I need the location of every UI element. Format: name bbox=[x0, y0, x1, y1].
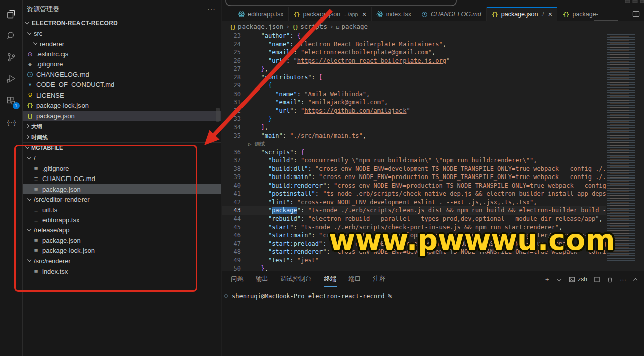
list-file-icon: ≡ bbox=[32, 237, 40, 244]
custom-brackets-icon[interactable]: {···} bbox=[0, 111, 23, 133]
new-terminal-icon[interactable]: ＋ bbox=[544, 275, 550, 284]
tree-item[interactable]: ≡editorapp.tsx bbox=[23, 215, 221, 225]
editor-tab[interactable]: {}package- bbox=[557, 7, 603, 21]
code-line[interactable]: 25 "email": "electronreactboilerplate@gm… bbox=[222, 48, 606, 57]
tree-item[interactable]: ≡.gitignore bbox=[23, 163, 221, 173]
list-file-icon: ≡ bbox=[32, 216, 40, 224]
tree-item[interactable]: ◆.gitignore bbox=[23, 59, 221, 69]
breadcrumb-item[interactable]: {}package.json bbox=[230, 23, 283, 30]
tree-item[interactable]: LICENSE bbox=[23, 90, 221, 100]
tree-item[interactable]: ≡uitl.ts bbox=[23, 205, 221, 215]
code-line[interactable]: 29 { bbox=[222, 81, 606, 90]
panel-tab[interactable]: 端口 bbox=[349, 275, 361, 283]
code-line[interactable]: 23 "author": { bbox=[222, 32, 606, 40]
tree-item[interactable]: ▼CODE_OF_CONDUCT.md bbox=[23, 80, 221, 90]
tree-item[interactable]: src bbox=[23, 28, 221, 38]
shell-zsh-item[interactable]: zsh bbox=[569, 276, 587, 283]
search-icon[interactable] bbox=[0, 25, 23, 46]
code-line[interactable]: 24 "name": "Electron React Boilerplate M… bbox=[222, 40, 606, 49]
run-debug-icon[interactable] bbox=[0, 68, 23, 90]
terminal[interactable]: shenruqi@MacBook-Pro electron-react-reco… bbox=[232, 293, 644, 300]
tree-item[interactable]: /src/renderer bbox=[23, 256, 221, 266]
code-line[interactable]: 48 "start:renderer": "cross-env NODE_ENV… bbox=[222, 248, 606, 256]
editor-tab[interactable]: index.tsx bbox=[372, 7, 416, 21]
split-editor-icon[interactable] bbox=[632, 10, 640, 20]
editor-tab[interactable]: editorapp.tsx bbox=[233, 7, 289, 21]
panel-tab[interactable]: 终端 bbox=[324, 275, 337, 283]
close-tab-icon[interactable]: ✕ bbox=[362, 11, 366, 18]
tree-item[interactable]: renderer bbox=[23, 39, 221, 49]
conduct-file-icon: ▼ bbox=[26, 82, 34, 87]
code-line[interactable]: 38 "build:dll": "cross-env NODE_ENV=deve… bbox=[222, 165, 606, 173]
breadcrumb-item[interactable]: {}scripts bbox=[292, 23, 327, 30]
code-line[interactable]: 31 "email": "amilajack@gmail.com", bbox=[222, 98, 606, 107]
json-file-icon: {} bbox=[562, 12, 570, 17]
code-line[interactable]: 32 "url": "https://github.com/amilajack" bbox=[222, 107, 606, 115]
close-tab-icon[interactable]: ✕ bbox=[548, 11, 552, 18]
minimap[interactable] bbox=[606, 31, 644, 271]
code-line[interactable]: 41 "postinstall": "ts-node .erb/scripts/… bbox=[222, 190, 606, 198]
tree-item[interactable]: {}package-lock.json bbox=[23, 101, 221, 111]
editor-tab[interactable]: CHANGELOG.md bbox=[416, 7, 487, 21]
code-line[interactable]: 36 "scripts": { bbox=[222, 148, 606, 157]
tree-item[interactable]: ≡index.tsx bbox=[23, 266, 221, 277]
extensions-icon[interactable]: 1 bbox=[0, 90, 23, 111]
panel-actions: ＋ zsh ··· bbox=[544, 275, 638, 284]
panel-tab[interactable]: 调试控制台 bbox=[280, 275, 312, 283]
editor-tab[interactable]: {}package.json.../app✕ bbox=[289, 7, 372, 21]
section-timeline[interactable]: 时间线 bbox=[23, 132, 221, 142]
tree-item[interactable]: ≡CHANGELOG.md bbox=[23, 174, 221, 184]
codelens-debug[interactable]: ▷ 调试 bbox=[222, 140, 606, 148]
code-line[interactable]: 28 "contributors": [ bbox=[222, 73, 606, 82]
explorer-sidebar: 资源管理器 ··· ELECTRON-REACT-RECORDsrcrender… bbox=[23, 0, 221, 356]
code-line[interactable]: 43 "package": "ts-node ./.erb/scripts/cl… bbox=[222, 206, 606, 215]
code-line[interactable]: 35 "main": "./src/main/main.ts", bbox=[222, 132, 606, 140]
code-line[interactable]: 34 ], bbox=[222, 123, 606, 132]
code-line[interactable]: 27 }, bbox=[222, 65, 606, 73]
split-terminal-icon[interactable] bbox=[594, 276, 600, 283]
sidebar-scrollbar[interactable] bbox=[216, 108, 220, 122]
code-line[interactable]: 45 "start": "ts-node ./.erb/scripts/chec… bbox=[222, 223, 606, 232]
tree-item[interactable]: /src/editor-renderer bbox=[23, 194, 221, 204]
code-line[interactable]: 33 } bbox=[222, 115, 606, 123]
explorer-icon[interactable] bbox=[0, 3, 23, 25]
code-line[interactable]: 46 "start:main": "cross-env NODE_ENV=dev… bbox=[222, 231, 606, 240]
tree-item[interactable]: ≡package-lock.json bbox=[23, 246, 221, 256]
editor-tab[interactable]: {}package.json./✕ bbox=[487, 7, 558, 21]
code-line[interactable]: 37 "build": "concurrently \"npm run buil… bbox=[222, 156, 606, 165]
terminal-dropdown-icon[interactable] bbox=[557, 277, 562, 282]
panel-more-icon[interactable]: ··· bbox=[620, 276, 626, 283]
section-outline[interactable]: 大纲 bbox=[23, 121, 221, 131]
code-line[interactable]: 49 "test": "jest" bbox=[222, 256, 606, 265]
code-line[interactable]: 40 "build:renderer": "cross-env NODE_ENV… bbox=[222, 182, 606, 190]
code-line[interactable]: 42 "lint": "cross-env NODE_ENV=developme… bbox=[222, 198, 606, 207]
source-control-icon[interactable] bbox=[0, 46, 23, 68]
tree-item[interactable]: CHANGELOG.md bbox=[23, 69, 221, 79]
tree-item[interactable]: / bbox=[23, 153, 221, 163]
code-line[interactable]: 47 "start:preload": "cross-env NODE_ENV=… bbox=[222, 240, 606, 248]
json-icon: {} bbox=[230, 23, 236, 30]
code-line[interactable]: 30 "name": "Amila Welihinda", bbox=[222, 90, 606, 99]
tree-root[interactable]: ELECTRON-REACT-RECORD bbox=[23, 18, 221, 28]
code-line[interactable]: 44 "rebuild": "electron-rebuild --parall… bbox=[222, 215, 606, 223]
tree-item[interactable]: /release/app bbox=[23, 225, 221, 235]
shell-label: zsh bbox=[578, 276, 587, 283]
tree-item[interactable]: {}package.json bbox=[23, 111, 221, 121]
code-line[interactable]: 39 "build:main": "cross-env NODE_ENV=pro… bbox=[222, 173, 606, 182]
breadcrumb-item[interactable]: ⊟package bbox=[336, 23, 368, 30]
json-file-icon: {} bbox=[491, 12, 499, 17]
tree-item[interactable]: ≡package.json bbox=[23, 184, 221, 194]
code-line[interactable]: 50 }, bbox=[222, 264, 606, 271]
code-editor[interactable]: 23 "author": {24 "name": "Electron React… bbox=[222, 31, 644, 271]
section-mgtabfile[interactable]: MGTABFILE bbox=[23, 142, 221, 153]
tree-item[interactable]: ⊙.eslintrc.cjs bbox=[23, 49, 221, 59]
chevron-down-icon bbox=[26, 30, 33, 37]
kill-terminal-icon[interactable] bbox=[607, 276, 613, 283]
panel-tab[interactable]: 输出 bbox=[256, 275, 268, 283]
sidebar-more-icon[interactable]: ··· bbox=[207, 5, 216, 13]
maximize-panel-icon[interactable] bbox=[633, 277, 638, 282]
code-line[interactable]: 26 "url": "https://electron-react-boiler… bbox=[222, 57, 606, 65]
tree-item[interactable]: ≡package.json bbox=[23, 235, 221, 245]
panel-tab[interactable]: 问题 bbox=[231, 275, 244, 283]
panel-tab[interactable]: 注释 bbox=[373, 275, 386, 283]
